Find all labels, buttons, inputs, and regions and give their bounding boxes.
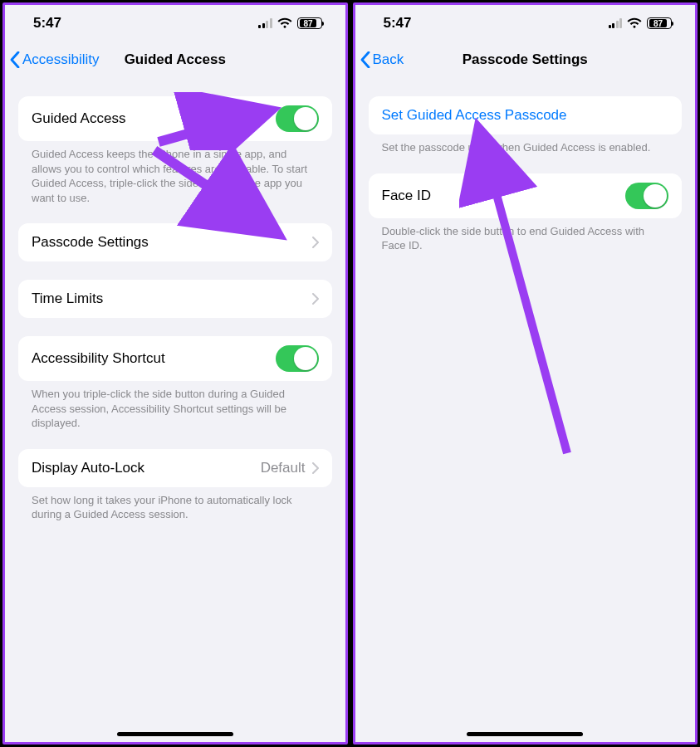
guided-access-toggle[interactable] bbox=[276, 105, 319, 132]
accessibility-shortcut-label: Accessibility Shortcut bbox=[32, 350, 165, 367]
guided-access-toggle-row[interactable]: Guided Access bbox=[18, 96, 332, 141]
back-button[interactable]: Back bbox=[360, 42, 404, 78]
page-title: Passcode Settings bbox=[463, 51, 588, 68]
guided-access-label: Guided Access bbox=[32, 110, 125, 127]
back-button[interactable]: Accessibility bbox=[10, 42, 100, 78]
back-label: Accessibility bbox=[22, 51, 100, 68]
guided-access-footer: Guided Access keeps the iPhone in a sing… bbox=[18, 141, 332, 205]
set-passcode-label: Set Guided Access Passcode bbox=[382, 107, 567, 124]
set-passcode-row[interactable]: Set Guided Access Passcode bbox=[369, 96, 683, 134]
display-autolock-footer: Set how long it takes your iPhone to aut… bbox=[18, 487, 332, 522]
home-indicator[interactable] bbox=[467, 732, 583, 736]
face-id-label: Face ID bbox=[382, 188, 432, 204]
content: Guided Access Guided Access keeps the iP… bbox=[5, 78, 345, 522]
back-label: Back bbox=[373, 51, 404, 68]
time-limits-row[interactable]: Time Limits bbox=[18, 280, 332, 318]
page-title: Guided Access bbox=[125, 51, 226, 68]
battery-icon: 87 bbox=[647, 17, 672, 29]
battery-icon: 87 bbox=[297, 17, 322, 29]
display-autolock-label: Display Auto-Lock bbox=[32, 460, 144, 476]
chevron-right-icon bbox=[312, 293, 319, 305]
chevron-left-icon bbox=[360, 51, 370, 68]
display-autolock-value: Default bbox=[261, 460, 306, 476]
face-id-row[interactable]: Face ID bbox=[369, 173, 683, 218]
nav-header: Accessibility Guided Access bbox=[5, 42, 345, 78]
battery-percentage: 87 bbox=[300, 19, 317, 27]
phone-left-guided-access: 5:47 87 Accessibility Guided Access Guid… bbox=[2, 2, 348, 745]
status-time: 5:47 bbox=[33, 15, 61, 32]
status-right: 87 bbox=[609, 17, 673, 29]
face-id-footer: Double-click the side button to end Guid… bbox=[369, 218, 683, 253]
wifi-icon bbox=[277, 17, 292, 29]
display-autolock-row[interactable]: Display Auto-Lock Default bbox=[18, 449, 332, 487]
passcode-settings-row[interactable]: Passcode Settings bbox=[18, 223, 332, 261]
chevron-right-icon bbox=[312, 462, 319, 474]
battery-percentage: 87 bbox=[649, 19, 667, 27]
cellular-icon bbox=[258, 18, 272, 28]
set-passcode-footer: Set the passcode used when Guided Access… bbox=[369, 134, 683, 155]
status-time: 5:47 bbox=[384, 15, 412, 32]
time-limits-label: Time Limits bbox=[32, 290, 103, 307]
accessibility-shortcut-toggle[interactable] bbox=[276, 345, 319, 372]
cellular-icon bbox=[609, 18, 623, 28]
passcode-settings-label: Passcode Settings bbox=[32, 234, 149, 251]
status-right: 87 bbox=[258, 17, 322, 29]
chevron-right-icon bbox=[312, 237, 319, 248]
chevron-left-icon bbox=[10, 51, 20, 68]
face-id-toggle[interactable] bbox=[625, 183, 668, 209]
home-indicator[interactable] bbox=[117, 732, 233, 736]
content: Set Guided Access Passcode Set the passc… bbox=[355, 78, 696, 253]
accessibility-shortcut-row[interactable]: Accessibility Shortcut bbox=[18, 336, 332, 381]
accessibility-shortcut-footer: When you triple-click the side button du… bbox=[18, 381, 332, 431]
nav-header: Back Passcode Settings bbox=[355, 42, 696, 78]
wifi-icon bbox=[627, 17, 642, 29]
phone-right-passcode-settings: 5:47 87 Back Passcode Settings Set Guide… bbox=[353, 2, 698, 745]
status-bar: 5:47 87 bbox=[355, 5, 696, 42]
status-bar: 5:47 87 bbox=[5, 5, 345, 42]
